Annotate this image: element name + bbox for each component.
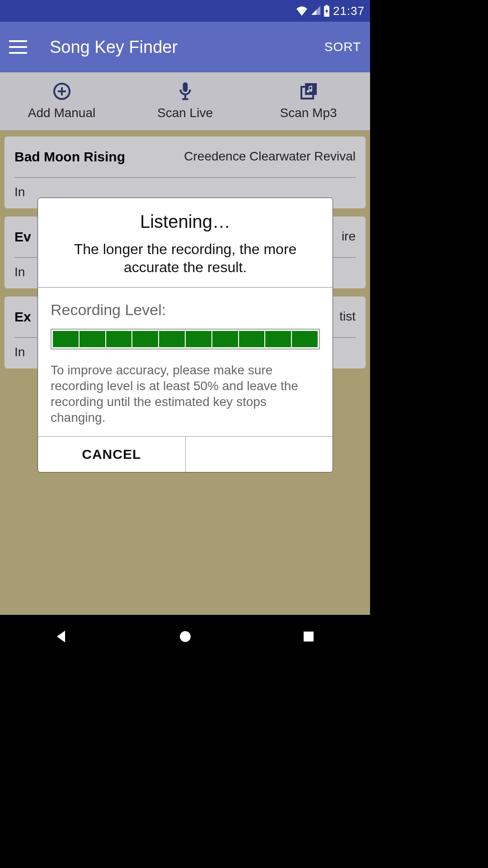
listening-dialog: Listening… The longer the recording, the… [38, 198, 333, 472]
svg-point-6 [180, 631, 191, 642]
dialog-title: Listening… [47, 212, 324, 232]
cancel-button[interactable]: CANCEL [38, 437, 185, 472]
level-segment [239, 331, 265, 347]
dialog-empty-action [186, 437, 333, 472]
screen: 21:37 Song Key Finder SORT Add Manual Sc… [0, 0, 370, 658]
dialog-subtitle: The longer the recording, the more accur… [47, 240, 324, 276]
nav-recents-button[interactable] [295, 623, 322, 650]
level-segment [186, 331, 211, 347]
recording-hint: To improve accuracy, please make sure re… [51, 362, 320, 425]
level-segment [212, 331, 238, 347]
recording-level-meter [51, 329, 320, 349]
svg-rect-7 [304, 632, 314, 642]
navigation-bar [0, 615, 370, 658]
level-segment [159, 331, 185, 347]
dialog-body: Recording Level: To improve accuracy, pl… [38, 288, 333, 436]
nav-back-button[interactable] [48, 623, 75, 650]
level-segment [80, 331, 105, 347]
svg-rect-1 [326, 5, 328, 7]
status-bar: 21:37 [0, 0, 370, 22]
level-segment [106, 331, 132, 347]
level-segment [132, 331, 158, 347]
level-segment [292, 331, 318, 347]
level-segment [53, 331, 79, 347]
recording-level-label: Recording Level: [51, 301, 320, 319]
level-segment [265, 331, 291, 347]
nav-home-button[interactable] [172, 623, 199, 650]
cellular-icon [310, 6, 320, 16]
wifi-icon [296, 6, 308, 16]
dialog-actions: CANCEL [38, 436, 333, 472]
dialog-header: Listening… The longer the recording, the… [38, 198, 333, 288]
status-time: 21:37 [333, 4, 365, 18]
battery-charging-icon [323, 5, 330, 17]
